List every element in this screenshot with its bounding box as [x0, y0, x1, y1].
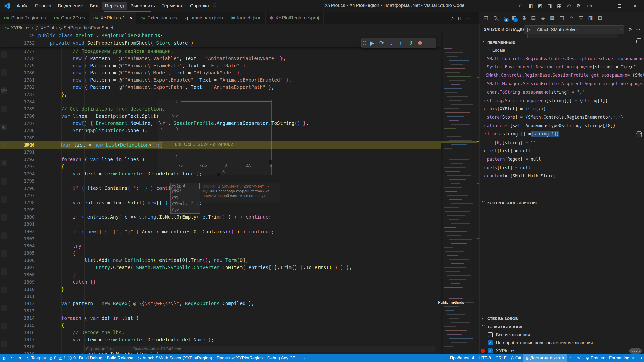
code-line[interactable]: 1792 foreach ( var line in lines )	[0, 156, 441, 163]
code-line[interactable]: 1791	[0, 149, 441, 156]
close-button[interactable]: ×	[628, 0, 642, 12]
encoding-item[interactable]: UTF-8	[476, 354, 493, 362]
debug-cpu-item[interactable]: Debug Any CPU	[265, 354, 301, 362]
copy-icon[interactable]: ◱	[481, 13, 490, 23]
code-line[interactable]: 1818	[0, 343, 441, 350]
code-line[interactable]: 1789	[0, 134, 441, 141]
callstack-section-header[interactable]: ›СТЕК ВЫЗОВОВ	[480, 314, 644, 322]
code-line[interactable]: 1814 foreach ( var def in list )	[0, 314, 441, 322]
expand-chevron-icon[interactable]: ›	[483, 132, 488, 136]
line-number[interactable]: 1779	[0, 63, 35, 68]
eol-item[interactable]: CRLF	[493, 354, 509, 362]
info-item[interactable]: ⓘ9	[67, 354, 77, 362]
breakpoint-checkbox[interactable]	[488, 332, 493, 337]
line-number[interactable]: 1752	[0, 40, 35, 46]
expand-chevron-icon[interactable]: ›	[483, 174, 487, 178]
search-icon[interactable]	[491, 13, 500, 23]
csharp-ext-icon[interactable]: C#	[573, 354, 583, 362]
step-over-button[interactable]: ↷	[377, 39, 386, 48]
tab-pluginregion-cs[interactable]: C#PluginRegion.cs	[0, 12, 50, 24]
tab-launch-json[interactable]: ⋈launch.json	[227, 12, 266, 24]
code-line[interactable]: 1805 {	[0, 249, 441, 257]
tab-omnisharp-json[interactable]: {}omnisharp.json	[181, 12, 227, 24]
code-line[interactable]: 1779 new { Pattern = @"^Animate\.FrameRa…	[0, 62, 441, 69]
code-line[interactable]: 1795	[0, 177, 441, 185]
line-number[interactable]: 1789	[0, 135, 35, 140]
variable-row-charToString[interactable]: char.ToString возвращено [string] = ","	[480, 88, 644, 96]
breadcrumb-file[interactable]: XYPlot.cs	[11, 25, 30, 31]
code-line[interactable]: 1784	[0, 98, 441, 105]
debug-config-item[interactable]: ▷Attach SMath Solver (XYPlotRegion)	[136, 354, 214, 362]
code-line[interactable]: 1798 var entries = text.Split( new[] { '…	[0, 199, 441, 206]
menu-Справка[interactable]: Справка	[187, 2, 212, 10]
remote-icon[interactable]: ≶	[0, 354, 8, 362]
layout-sidebar-right-icon[interactable]: ◨	[545, 2, 554, 10]
minimize-button[interactable]: ─	[596, 0, 610, 12]
gauge-icon[interactable]: ◔	[567, 354, 574, 362]
line-number[interactable]: 1809	[0, 279, 35, 285]
line-number[interactable]: 1801	[0, 221, 35, 227]
line-number[interactable]: 1799	[0, 207, 35, 212]
bookmark-icon[interactable]: ◈	[539, 13, 547, 23]
line-number[interactable]: 49	[0, 33, 35, 38]
code-line[interactable]: 1803	[0, 235, 441, 242]
expand-chevron-icon[interactable]: ›	[483, 165, 487, 170]
code-line[interactable]: 1819 if ( pattern.IsMatch( item ) )	[0, 350, 441, 354]
code-line[interactable]: 1812 var pattern = new Regex( @"\{\s*\w+…	[0, 300, 441, 307]
restart-button[interactable]: ↺	[406, 39, 415, 48]
code-line[interactable]: 1796 if ( !text.Contains( ":" ) ) contin…	[0, 185, 441, 192]
expand-chevron-icon[interactable]: ›	[483, 98, 487, 103]
menu-Файл[interactable]: Файл	[14, 2, 32, 10]
split-editor-button[interactable]: ◫	[458, 15, 462, 21]
expand-chevron-icon[interactable]: ›	[483, 148, 487, 153]
variable-row-defs[interactable]: ›defs [List] = null	[480, 163, 644, 172]
expand-chevron-icon[interactable]: ›	[483, 123, 487, 128]
package-icon[interactable]: ◫	[558, 13, 566, 23]
more-actions-button[interactable]: ⋯	[466, 15, 471, 21]
variable-row-SMathControlsRegionEvalu[interactable]: SMath.Controls.RegionEvaluable.Descripti…	[480, 54, 644, 63]
code-line[interactable]: 1807 Entry.Create( SMath.Math.Symbolic.C…	[0, 264, 441, 271]
tab-extensions-cs[interactable]: C#Extensions.cs	[136, 12, 181, 24]
breadcrumb-class[interactable]: XYPlot	[40, 25, 54, 31]
errors-item[interactable]: ⊘0	[48, 354, 57, 362]
variables-section-header[interactable]: ›ПЕРЕМЕННЫЕ	[480, 38, 644, 46]
code-line[interactable]: 1785 // Get definitions from description…	[0, 105, 441, 113]
settings-gear-icon[interactable]: ⚙	[574, 2, 583, 10]
expand-chevron-icon[interactable]: ›	[483, 115, 487, 120]
line-number[interactable]: 1794	[0, 171, 35, 176]
menu-Терминал[interactable]: Терминал	[158, 2, 187, 10]
code-line[interactable]: 1781 new { Pattern = @"^Animate\.ExportE…	[0, 76, 441, 84]
tab-xyplot-cs-1[interactable]: C#XYPlot.cs 1×	[89, 12, 137, 24]
expand-chevron-icon[interactable]: ›	[483, 73, 486, 78]
breakpoint-row[interactable]: Все исключения	[480, 331, 644, 339]
extensions-icon[interactable]: ◧1	[510, 13, 519, 23]
expand-chevron-icon[interactable]: ›	[483, 157, 487, 162]
breakpoints-section-header[interactable]: ›ТОЧКИ ОСТАНОВА	[480, 323, 644, 331]
layout-icon[interactable]: ◨	[586, 13, 595, 23]
variable-row-lines[interactable]: ›lines [string[]] = {string[1]}01 10	[480, 130, 644, 138]
code-line[interactable]: 1804 try	[0, 242, 441, 250]
code-line[interactable]: 1787 new[] { Environment.NewLine, "\r", …	[0, 120, 441, 127]
code-line[interactable]: 1783 };	[0, 91, 441, 98]
menu-Переход[interactable]: Переход	[102, 2, 127, 10]
layout-panel-icon[interactable]: ◩	[535, 2, 545, 10]
menu-Выполнить[interactable]: Выполнить	[127, 2, 158, 10]
step-out-button[interactable]: ↑	[396, 39, 406, 48]
code-line[interactable]: 1813	[0, 307, 441, 314]
variable-row-pattern[interactable]: ›pattern [Regex] = null	[480, 155, 644, 163]
tab-chart2d-cs[interactable]: C#Chart2D.cs	[50, 12, 89, 24]
code-line[interactable]: 1778 new { Pattern = @"^Animate\.Variabl…	[0, 55, 441, 62]
line-number[interactable]: 1796	[0, 186, 35, 191]
breakpoint-checkbox[interactable]: ✓	[488, 340, 493, 345]
copilot-icon[interactable]: ⊙	[516, 2, 526, 10]
flask-icon[interactable]: ⚗	[519, 13, 528, 23]
launch-config-dropdown[interactable]: ▷ Attach SMath Solver ›	[524, 25, 624, 34]
code-line[interactable]: 1816 // Decode the lhs.	[0, 329, 441, 336]
code-line[interactable]: 1806 list.Add( new Definition( entries[0…	[0, 257, 441, 264]
code-line[interactable]: 1802 if ( new[] { "(", ")" }.Any( x => e…	[0, 228, 441, 235]
breakpoint-row[interactable]: ✓XYPlot.cs2226	[480, 347, 644, 354]
expand-chevron-icon[interactable]: ›	[483, 107, 487, 111]
spaces-item[interactable]: Пробелов: 4	[448, 354, 476, 362]
projects-item[interactable]: Проекты: XYPlotRegion	[214, 354, 265, 362]
watch-section-header[interactable]: ›КОНТРОЛЬНОЕ ЗНАЧЕНИЕ	[480, 199, 644, 207]
